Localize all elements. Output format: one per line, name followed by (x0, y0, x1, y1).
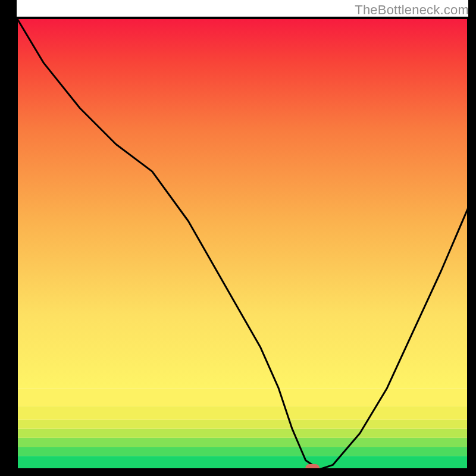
bottleneck-chart (0, 0, 476, 476)
svg-rect-5 (17, 420, 468, 429)
chart-container: TheBottleneck.com (0, 0, 476, 476)
svg-rect-9 (0, 0, 17, 476)
svg-rect-1 (17, 456, 468, 469)
svg-rect-3 (17, 438, 468, 447)
svg-rect-7 (17, 388, 468, 406)
svg-rect-0 (17, 18, 468, 388)
svg-rect-4 (17, 429, 468, 438)
svg-rect-6 (17, 406, 468, 420)
svg-rect-2 (17, 447, 468, 456)
watermark-text: TheBottleneck.com (355, 2, 469, 18)
